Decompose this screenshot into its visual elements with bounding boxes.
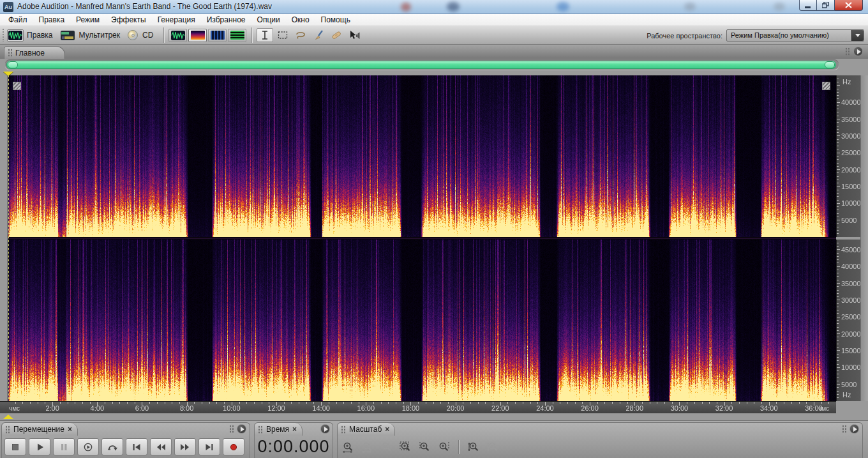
menu-item-effects[interactable]: Эффекты bbox=[105, 14, 152, 26]
fast-forward-button[interactable] bbox=[174, 438, 196, 455]
close-button[interactable] bbox=[835, 0, 863, 11]
stop-button[interactable] bbox=[4, 438, 26, 455]
app-icon[interactable]: Au bbox=[3, 2, 13, 12]
transport-panel-menu-button[interactable] bbox=[237, 424, 246, 434]
menu-item-window[interactable]: Окно bbox=[286, 14, 315, 26]
selection-corner-handle-left-icon[interactable] bbox=[13, 82, 21, 90]
multitrack-view-button[interactable]: Мультитрек bbox=[59, 29, 120, 42]
restore-button[interactable] bbox=[817, 0, 835, 11]
zoom-out-horizontal-button[interactable] bbox=[359, 439, 376, 455]
freq-tick bbox=[837, 200, 839, 201]
freq-tick bbox=[837, 186, 840, 187]
time-minor-tick bbox=[246, 402, 247, 404]
spot-healing-brush-tool[interactable] bbox=[328, 28, 345, 42]
menu-item-favorites[interactable]: Избранное bbox=[201, 14, 251, 26]
time-minor-tick bbox=[507, 402, 508, 404]
zoom-in-horizontal-button[interactable] bbox=[340, 439, 357, 455]
overview-left-handle[interactable] bbox=[8, 61, 18, 68]
time-minor-tick bbox=[90, 402, 91, 404]
vertical-scrollbar[interactable] bbox=[860, 75, 868, 401]
freq-label: 30000 bbox=[841, 296, 861, 304]
overview-track[interactable] bbox=[5, 60, 839, 70]
tab-main[interactable]: Главное bbox=[4, 46, 65, 59]
time-label: 4:00 bbox=[83, 404, 111, 412]
transport-panel-tab[interactable]: Перемещение × bbox=[2, 423, 78, 436]
freq-tick bbox=[837, 303, 839, 304]
menu-item-file[interactable]: Файл bbox=[3, 14, 33, 26]
rewind-button[interactable] bbox=[150, 438, 172, 455]
time-minor-tick bbox=[470, 402, 471, 404]
overview-right-handle[interactable] bbox=[825, 61, 835, 68]
time-label: 10:00 bbox=[218, 404, 246, 412]
time-label: 26:00 bbox=[576, 404, 604, 412]
record-button[interactable] bbox=[223, 438, 244, 455]
time-panel-menu-button[interactable] bbox=[320, 424, 330, 434]
cd-view-button[interactable]: CD bbox=[126, 29, 153, 42]
time-panel-title: Время bbox=[266, 425, 289, 434]
scrub-tool[interactable] bbox=[346, 28, 363, 42]
edit-view-button-label: Правка bbox=[27, 31, 53, 40]
menu-item-view[interactable]: Режим bbox=[70, 14, 105, 26]
toolbar-grip[interactable] bbox=[2, 28, 5, 42]
frequency-ruler-top[interactable]: 400003500030000250002000015000100005000 bbox=[836, 75, 860, 237]
time-unit-label-left: чмс bbox=[9, 405, 20, 412]
zoom-out-vertical-button[interactable] bbox=[484, 439, 502, 455]
time-minor-tick bbox=[657, 402, 657, 404]
time-selection-tool[interactable] bbox=[257, 28, 273, 42]
spectrogram-view bbox=[8, 75, 836, 401]
overview-range-bar[interactable] bbox=[6, 61, 836, 69]
frequency-ruler-bottom[interactable]: 4500040000350003000025000200001500010000… bbox=[836, 240, 860, 401]
time-panel-close-icon[interactable]: × bbox=[292, 425, 297, 433]
menu-item-edit[interactable]: Правка bbox=[33, 14, 71, 26]
spectral-pan-display-button[interactable] bbox=[208, 29, 227, 42]
time-display-value[interactable]: 0:00.000 bbox=[255, 437, 333, 457]
transport-panel-close-icon[interactable]: × bbox=[68, 425, 72, 433]
workspace-dropdown-arrow[interactable] bbox=[851, 30, 864, 41]
workspace-dropdown[interactable]: Режим Правка(по умолчанию) bbox=[726, 29, 864, 42]
spectrogram-left-channel[interactable] bbox=[8, 75, 836, 237]
panel-menu-button[interactable] bbox=[853, 47, 863, 56]
time-minor-tick bbox=[388, 402, 389, 404]
play-button[interactable] bbox=[29, 438, 50, 455]
time-ruler[interactable]: чмс чмс 2:004:006:008:0010:0012:0014:001… bbox=[0, 401, 836, 413]
minimize-button[interactable] bbox=[799, 0, 817, 11]
time-label: 16:00 bbox=[352, 404, 380, 412]
zoom-panel-menu-button[interactable] bbox=[849, 424, 859, 434]
playhead-marker-bottom[interactable] bbox=[3, 415, 13, 419]
edit-view-button[interactable]: Правка bbox=[7, 29, 53, 42]
marquee-selection-tool[interactable] bbox=[274, 28, 291, 42]
freq-tick bbox=[837, 105, 839, 106]
go-to-end-button[interactable] bbox=[198, 438, 220, 455]
time-panel-tab[interactable]: Время × bbox=[255, 423, 303, 436]
zoom-out-full-button[interactable] bbox=[378, 439, 395, 455]
menu-item-help[interactable]: Помощь bbox=[315, 14, 356, 26]
time-panel-controls bbox=[320, 424, 330, 434]
time-minor-tick bbox=[567, 402, 568, 404]
time-minor-tick bbox=[560, 402, 560, 404]
freq-tick bbox=[837, 320, 839, 321]
title-bar[interactable]: Au Adobe Audition - Manfred Mann's Earth… bbox=[0, 0, 868, 14]
time-minor-tick bbox=[403, 402, 404, 404]
zoom-in-left-edge-button[interactable] bbox=[416, 439, 433, 455]
zoom-in-right-edge-button[interactable] bbox=[435, 439, 453, 455]
pause-button[interactable] bbox=[53, 438, 75, 455]
freq-tick bbox=[837, 119, 840, 119]
menu-item-generate[interactable]: Генерация bbox=[152, 14, 201, 26]
zoom-panel-close-icon[interactable]: × bbox=[385, 425, 389, 433]
spectrogram-right-channel[interactable] bbox=[8, 240, 836, 401]
lasso-selection-tool[interactable] bbox=[292, 28, 309, 42]
effects-paintbrush-tool[interactable] bbox=[310, 28, 327, 42]
menu-item-options[interactable]: Опции bbox=[251, 14, 286, 26]
waveform-display-button[interactable] bbox=[168, 29, 187, 42]
go-to-start-button[interactable] bbox=[126, 438, 147, 455]
zoom-in-vertical-button[interactable] bbox=[465, 439, 483, 455]
loop-play-button[interactable] bbox=[101, 438, 123, 455]
zoom-panel-tab[interactable]: Масштаб × bbox=[338, 423, 395, 436]
selection-corner-handle-right-icon[interactable] bbox=[822, 82, 830, 90]
time-minor-tick bbox=[426, 402, 426, 404]
spectral-frequency-display-button[interactable] bbox=[188, 29, 207, 42]
spectral-phase-display-button[interactable] bbox=[228, 29, 246, 42]
zoom-to-selection-button[interactable] bbox=[397, 439, 414, 455]
freq-tick bbox=[837, 330, 839, 331]
play-from-cursor-button[interactable] bbox=[77, 438, 99, 455]
